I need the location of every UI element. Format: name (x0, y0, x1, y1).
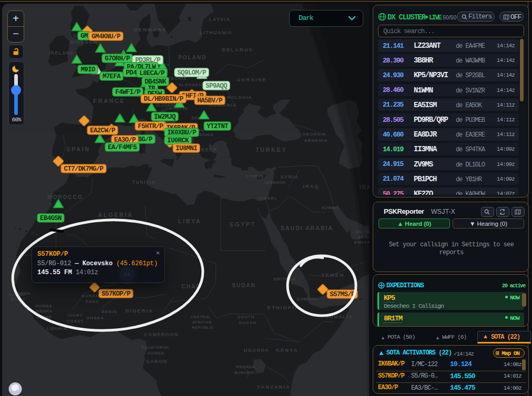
svg-text:HA5BV/P: HA5BV/P (197, 97, 222, 105)
svg-text:SQ9LOM/P: SQ9LOM/P (177, 69, 206, 77)
svg-text:M7EFA: M7EFA (103, 73, 121, 80)
svg-text:DL/HB9BIN/P: DL/HB9BIN/P (144, 96, 183, 103)
svg-text:IK0XBU/P: IK0XBU/P (167, 129, 196, 137)
svg-text:SP9AQQ: SP9AQQ (206, 82, 228, 90)
svg-text:IW2MJQ: IW2MJQ (154, 113, 176, 121)
svg-text:GM4KNU/P: GM4KNU/P (91, 33, 120, 40)
svg-text:S57KOP/P: S57KOP/P (101, 290, 130, 298)
svg-text:G7ORH/P: G7ORH/P (105, 55, 130, 62)
svg-text:EA2CW/P: EA2CW/P (90, 127, 115, 134)
svg-text:S57MS/P: S57MS/P (330, 291, 355, 298)
svg-text:IU8MNI: IU8MNI (176, 145, 197, 152)
svg-text:YT2TNT: YT2TNT (207, 123, 229, 130)
svg-text:M9IO: M9IO (80, 66, 95, 74)
svg-text:CT7/DK7MG/P: CT7/DK7MG/P (64, 165, 104, 173)
svg-text:GM: GM (80, 33, 88, 40)
svg-text:EA/F4MFS: EA/F4MFS (108, 144, 137, 151)
svg-text:PD4: PD4 (126, 69, 137, 77)
svg-text:BG/P: BG/P (138, 136, 152, 143)
svg-text:F5HTR/P: F5HTR/P (138, 123, 163, 130)
svg-text:F4WFI/P: F4WFI/P (115, 89, 140, 96)
svg-text:L8ECA/P: L8ECA/P (139, 70, 165, 77)
svg-text:EB4GSN: EB4GSN (40, 215, 62, 222)
svg-text:IU0RCK: IU0RCK (167, 137, 189, 144)
